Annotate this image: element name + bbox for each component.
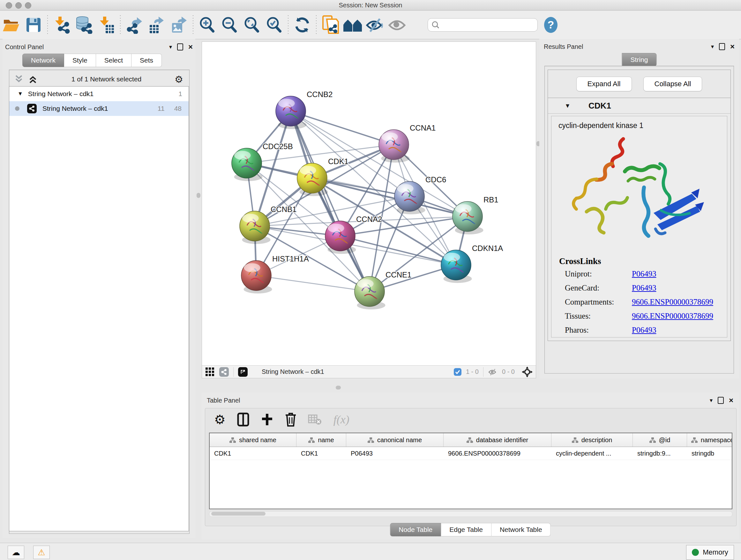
save-session-button[interactable] <box>22 15 45 35</box>
table-cell[interactable]: cyclin-dependent ... <box>551 447 633 460</box>
column-header-shared-name[interactable]: shared name <box>210 433 296 447</box>
crosslink-link[interactable]: 9606.ENSP00000378699 <box>632 298 713 307</box>
column-header-canonical-name[interactable]: canonical name <box>346 433 444 447</box>
network-edge[interactable] <box>291 111 369 292</box>
memory-button[interactable]: Memory <box>686 545 734 560</box>
section-collapse-icon[interactable]: ▾ <box>566 102 569 109</box>
vertical-splitter-handle[interactable] <box>197 193 200 198</box>
panel-close-icon[interactable]: × <box>188 43 193 51</box>
column-header-description[interactable]: description <box>551 433 633 447</box>
network-from-selection-button[interactable] <box>319 15 341 35</box>
zoom-out-button[interactable] <box>218 15 241 35</box>
panel-float-icon[interactable] <box>177 44 183 51</box>
detach-view-icon[interactable] <box>238 367 248 377</box>
cdk1-section-content: cyclin-dependent kinase 1 <box>551 116 727 337</box>
expand-all-button[interactable]: Expand All <box>576 77 632 91</box>
network-node-cdkn1a[interactable]: CDKN1A <box>441 244 503 283</box>
hide-selected-button[interactable] <box>364 15 386 35</box>
column-header-namespace[interactable]: namespace <box>687 433 732 447</box>
tab-network-table[interactable]: Network Table <box>491 523 551 537</box>
create-column-plus-icon[interactable] <box>261 413 273 426</box>
network-edge[interactable] <box>340 236 456 265</box>
network-node-rb1[interactable]: RB1 <box>453 195 498 234</box>
cloud-status-button[interactable]: ☁ <box>8 546 24 559</box>
selected-checkbox-icon[interactable] <box>454 368 461 376</box>
zoom-fit-button[interactable] <box>241 15 263 35</box>
apply-layout-button[interactable] <box>291 15 313 35</box>
network-collection-row[interactable]: ▼ String Network – cdk1 1 <box>9 86 189 101</box>
network-node-cdc6[interactable]: CDC6 <box>394 175 446 214</box>
panel-close-icon[interactable]: × <box>730 43 735 51</box>
panel-menu-icon[interactable]: ▾ <box>710 397 713 403</box>
network-edge[interactable] <box>291 111 394 145</box>
panel-float-icon[interactable] <box>718 397 724 404</box>
open-session-button[interactable] <box>0 15 22 35</box>
export-network-button[interactable] <box>123 15 145 35</box>
main-toolbar: ? <box>0 10 741 39</box>
grid-view-icon[interactable] <box>205 367 215 377</box>
tab-style[interactable]: Style <box>64 54 96 67</box>
help-button[interactable]: ? <box>540 15 562 35</box>
string-home-button[interactable] <box>341 15 364 35</box>
warnings-button[interactable]: ⚠ <box>33 546 50 559</box>
table-cell[interactable]: 9606.ENSP00000378699 <box>444 447 551 460</box>
column-header-name[interactable]: name <box>296 433 346 447</box>
column-header--id[interactable]: @id <box>633 433 687 447</box>
network-node-ccna1[interactable]: CCNA1 <box>379 124 435 163</box>
string-view-badge-icon[interactable] <box>219 367 229 377</box>
table-horizontal-scrollbar[interactable] <box>209 511 732 517</box>
tab-edge-table[interactable]: Edge Table <box>441 523 491 537</box>
tab-sets[interactable]: Sets <box>131 54 162 67</box>
tab-network[interactable]: Network <box>22 54 64 67</box>
table-cell[interactable]: stringdb <box>687 447 732 460</box>
birds-eye-toggle-icon[interactable] <box>522 367 533 377</box>
network-edge[interactable] <box>256 275 369 292</box>
crosslink-link[interactable]: P06493 <box>632 326 656 334</box>
tab-select[interactable]: Select <box>96 54 131 67</box>
table-cell[interactable]: CDK1 <box>210 447 296 460</box>
search-input[interactable] <box>428 18 538 32</box>
network-node-ccnb2[interactable]: CCNB2 <box>276 90 333 129</box>
column-header-label: canonical name <box>377 436 422 444</box>
scrollbar-thumb[interactable] <box>211 512 266 516</box>
table-row[interactable]: CDK1CDK1P064939606.ENSP00000378699cyclin… <box>210 447 732 460</box>
network-node-cdk1[interactable]: CDK1 <box>297 157 348 196</box>
zoom-in-button[interactable] <box>196 15 218 35</box>
table-cell[interactable]: CDK1 <box>296 447 346 460</box>
memory-label: Memory <box>703 548 728 557</box>
tab-string[interactable]: String <box>622 53 657 66</box>
show-columns-icon[interactable] <box>237 413 249 427</box>
horizontal-splitter-handle[interactable] <box>336 386 341 389</box>
expand-all-icon[interactable] <box>27 74 38 84</box>
crosslink-link[interactable]: P06493 <box>632 269 656 278</box>
panel-close-icon[interactable]: × <box>729 396 733 404</box>
show-all-button[interactable] <box>386 15 408 35</box>
panel-float-icon[interactable] <box>719 43 725 50</box>
panel-menu-icon[interactable]: ▾ <box>711 44 714 50</box>
network-row-selected[interactable]: String Network – cdk1 11 48 <box>9 101 189 116</box>
collapse-all-icon[interactable] <box>13 74 24 84</box>
import-table-button[interactable] <box>95 15 118 35</box>
tree-options-gear-icon[interactable]: ⚙ <box>175 74 183 85</box>
zoom-selected-button[interactable] <box>263 15 285 35</box>
delete-column-trash-icon[interactable] <box>285 413 296 427</box>
tab-node-table[interactable]: Node Table <box>390 523 441 537</box>
tree-expander-icon[interactable]: ▼ <box>17 91 23 97</box>
collapse-all-button[interactable]: Collapse All <box>643 77 702 91</box>
crosslink-row: Uniprot:P06493 <box>559 269 727 278</box>
export-table-button[interactable] <box>145 15 168 35</box>
crosslink-link[interactable]: P06493 <box>632 284 656 293</box>
export-image-button[interactable] <box>168 15 190 35</box>
network-edge[interactable] <box>291 111 468 216</box>
column-header-database-identifier[interactable]: database identifier <box>444 433 551 447</box>
table-options-gear-icon[interactable]: ⚙ <box>214 412 226 427</box>
import-network-file-button[interactable] <box>51 15 73 35</box>
table-cell[interactable]: stringdb:9... <box>633 447 687 460</box>
crosslink-link[interactable]: 9606.ENSP00000378699 <box>632 312 713 320</box>
network-node-hist1h1a[interactable]: HIST1H1A <box>241 254 309 294</box>
table-cell[interactable]: P06493 <box>346 447 444 460</box>
panel-menu-icon[interactable]: ▾ <box>169 44 172 50</box>
network-canvas[interactable]: CCNB2CCNA1CDC25BCDK1CDC6RB1CCNB1CCNA2CDK… <box>202 42 536 365</box>
cdk1-section-header[interactable]: ▾ CDK1 <box>548 98 731 114</box>
import-network-database-button[interactable] <box>73 15 95 35</box>
